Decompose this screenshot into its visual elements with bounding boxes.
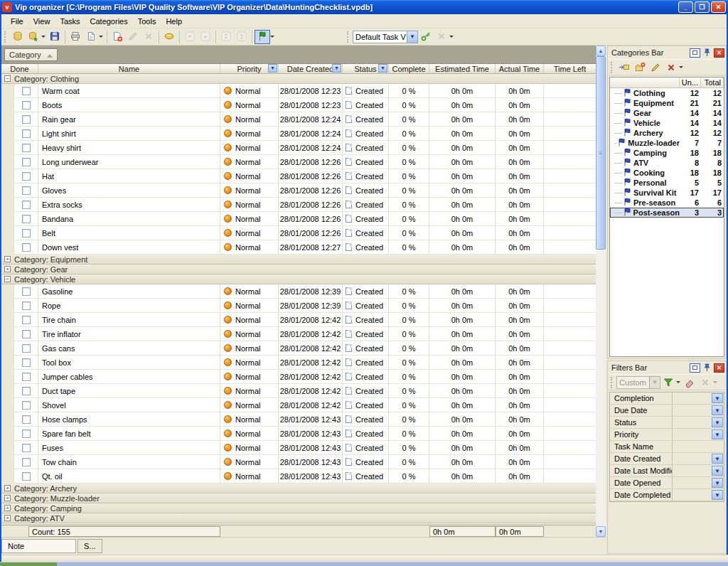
view-notes-button[interactable] xyxy=(161,30,177,44)
done-checkbox[interactable] xyxy=(22,429,31,438)
expand-icon[interactable]: + xyxy=(4,495,11,501)
print-preview-button[interactable] xyxy=(83,30,99,44)
task-row[interactable]: Rain gearNormal28/01/2008 12:24Created0 … xyxy=(1,112,596,127)
edit-category-button[interactable] xyxy=(648,60,663,75)
category-item-archery[interactable]: Archery1212 xyxy=(610,128,724,138)
panel-pin-icon[interactable] xyxy=(702,48,712,58)
panel-float-icon[interactable] xyxy=(690,363,700,373)
task-row[interactable]: GasolineNormal28/01/2008 12:39Created0 %… xyxy=(1,284,596,299)
category-item-atv[interactable]: ATV88 xyxy=(610,158,724,168)
collapse-icon[interactable]: − xyxy=(4,75,11,82)
scrollbar-thumb[interactable] xyxy=(596,56,606,250)
column-undone[interactable]: Un... xyxy=(680,78,701,87)
done-checkbox[interactable] xyxy=(22,287,31,296)
group-row[interactable]: +Category: Muzzle-loader xyxy=(1,493,596,503)
filter-caret-icon[interactable] xyxy=(676,381,680,385)
combo-dropdown-icon[interactable]: ▼ xyxy=(407,31,417,43)
category-item-equipment[interactable]: Equipment2121 xyxy=(610,98,724,108)
expand-icon[interactable]: + xyxy=(4,515,11,521)
task-row[interactable]: RopeNormal28/01/2008 12:39Created0 %0h 0… xyxy=(1,299,596,313)
print-preview-caret-icon[interactable] xyxy=(99,36,103,40)
task-row[interactable]: Tow chainNormal28/01/2008 12:43Created0 … xyxy=(1,455,596,469)
erase-filter-button[interactable] xyxy=(682,375,697,390)
done-checkbox[interactable] xyxy=(22,344,31,353)
open-database-caret-icon[interactable] xyxy=(41,36,46,40)
task-row[interactable]: Tire inflatorNormal28/01/2008 12:42Creat… xyxy=(1,327,596,341)
done-checkbox[interactable] xyxy=(22,444,31,452)
task-view-combo[interactable]: Default Task V▼ xyxy=(353,31,418,43)
task-row[interactable]: ShovelNormal28/01/2008 12:42Created0 %0h… xyxy=(1,398,596,412)
task-row[interactable]: GlovesNormal28/01/2008 12:26Created0 %0h… xyxy=(1,183,596,198)
view-toolbar-caret-icon[interactable] xyxy=(449,36,454,40)
column-header-estimated-time[interactable]: Estimated Time xyxy=(429,64,496,73)
apply-view-button[interactable] xyxy=(418,30,434,44)
column-header-time-left[interactable]: Time Left xyxy=(544,64,596,73)
category-item-pre-season[interactable]: Pre-season66 xyxy=(610,198,724,208)
done-checkbox[interactable] xyxy=(22,172,31,181)
menu-categories[interactable]: Categories xyxy=(85,16,133,27)
scroll-up-button[interactable]: ▲ xyxy=(596,46,606,56)
scroll-down-button[interactable]: ▼ xyxy=(596,526,606,537)
restore-button[interactable]: ❐ xyxy=(695,1,710,13)
filter-dropdown-icon[interactable]: ▼ xyxy=(712,405,723,415)
task-row[interactable]: Tire chainNormal28/01/2008 12:42Created0… xyxy=(1,313,596,327)
category-item-muzzle-loader[interactable]: Muzzle-loader77 xyxy=(610,138,724,148)
expand-icon[interactable]: + xyxy=(4,485,11,491)
new-task-button[interactable] xyxy=(109,30,125,44)
category-item-survival-kit[interactable]: Survival Kit1717 xyxy=(610,188,724,198)
add-category-button[interactable] xyxy=(632,60,648,75)
column-filter-icon[interactable]: ▼ xyxy=(378,64,387,73)
filter-dropdown-icon[interactable]: ▼ xyxy=(712,429,723,439)
task-row[interactable]: BootsNormal28/01/2008 12:23Created0 %0h … xyxy=(1,98,596,112)
task-row[interactable]: Extra socksNormal28/01/2008 12:26Created… xyxy=(1,198,596,212)
column-header-date-created[interactable]: Date Created▼ xyxy=(279,64,343,73)
expand-icon[interactable]: + xyxy=(4,256,11,262)
menu-file[interactable]: File xyxy=(6,16,28,27)
filter-dropdown-icon[interactable]: ▼ xyxy=(712,393,723,403)
menu-tools[interactable]: Tools xyxy=(133,16,161,27)
column-header-status[interactable]: Status▼ xyxy=(343,64,389,73)
close-button[interactable]: ✕ xyxy=(711,1,726,13)
task-row[interactable]: FusesNormal28/01/2008 12:43Created0 %0h … xyxy=(1,441,596,455)
new-database-button[interactable] xyxy=(10,30,26,44)
categories-toolbar-caret-icon[interactable] xyxy=(679,66,683,70)
category-item-cooking[interactable]: Cooking1818 xyxy=(610,168,724,178)
task-row[interactable]: HatNormal28/01/2008 12:26Created0 %0h 0m… xyxy=(1,169,596,183)
tab-note[interactable]: Note xyxy=(1,539,76,553)
done-checkbox[interactable] xyxy=(22,387,31,395)
minimize-button[interactable]: _ xyxy=(678,1,693,13)
done-checkbox[interactable] xyxy=(22,316,31,324)
category-item-camping[interactable]: Camping1818 xyxy=(610,148,724,158)
filter-dropdown-icon[interactable]: ▼ xyxy=(712,478,723,488)
column-header-name[interactable]: Name xyxy=(38,64,220,73)
menu-help[interactable]: Help xyxy=(161,16,187,27)
group-row[interactable]: +Category: ATV xyxy=(1,513,596,523)
done-checkbox[interactable] xyxy=(22,229,31,237)
panel-close-icon[interactable]: ✕ xyxy=(714,363,724,373)
filter-dropdown-icon[interactable]: ▼ xyxy=(712,490,723,500)
task-row[interactable]: Hose clampsNormal28/01/2008 12:43Created… xyxy=(1,412,596,427)
task-row[interactable]: Spare fan beltNormal28/01/2008 12:43Crea… xyxy=(1,427,596,441)
filter-dropdown-icon[interactable]: ▼ xyxy=(712,454,723,464)
apply-filter-button[interactable] xyxy=(660,375,676,390)
vertical-scrollbar[interactable]: ▲ ▼ xyxy=(596,46,606,537)
task-row[interactable]: Warm coatNormal28/01/2008 12:23Created0 … xyxy=(1,84,596,98)
task-row[interactable]: Qt. oilNormal28/01/2008 12:43Created0 %0… xyxy=(1,469,596,484)
task-row[interactable]: Gas cansNormal28/01/2008 12:42Created0 %… xyxy=(1,341,596,356)
tab-s[interactable]: S... xyxy=(77,539,102,553)
move-to-category-button[interactable] xyxy=(616,60,632,75)
done-checkbox[interactable] xyxy=(22,215,31,223)
group-row[interactable]: +Category: Camping xyxy=(1,503,596,513)
done-checkbox[interactable] xyxy=(22,243,31,252)
group-row[interactable]: +Category: Equipment xyxy=(1,255,596,265)
filter-preset-combo[interactable]: Custom ▼ xyxy=(616,376,660,389)
open-database-button[interactable] xyxy=(26,30,41,44)
save-database-button[interactable] xyxy=(47,30,63,44)
column-filter-icon[interactable]: ▼ xyxy=(268,64,277,73)
task-row[interactable]: BeltNormal28/01/2008 12:26Created0 %0h 0… xyxy=(1,226,596,240)
done-checkbox[interactable] xyxy=(22,115,31,124)
flag-green-caret-icon[interactable] xyxy=(270,36,274,40)
done-checkbox[interactable] xyxy=(22,358,31,367)
group-row[interactable]: −Category: Vehicle xyxy=(1,274,596,284)
column-header-actual-time[interactable]: Actual Time xyxy=(496,64,544,73)
